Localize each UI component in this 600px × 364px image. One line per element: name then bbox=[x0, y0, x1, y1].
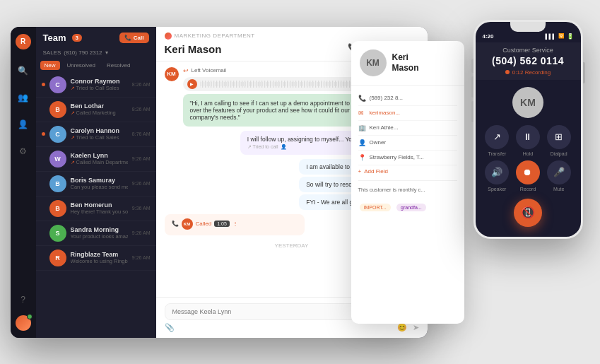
filter-tab-unresolved[interactable]: Unresolved bbox=[63, 61, 100, 70]
call-more-icon[interactable]: ⋮ bbox=[233, 221, 238, 227]
call-duration: 1:05 bbox=[214, 221, 230, 227]
phone-number: (810) 790 2312 bbox=[64, 49, 102, 56]
user-avatar[interactable] bbox=[16, 315, 31, 331]
phone-power-button[interactable] bbox=[583, 62, 585, 83]
sidebar-icons: R 🔍 👥 👤 ⚙ ? bbox=[11, 27, 36, 338]
online-badge bbox=[27, 314, 33, 319]
app-logo: R bbox=[16, 34, 31, 49]
transfer-button[interactable]: ↗ Transfer bbox=[484, 125, 511, 156]
contact-time: 9:26 AM bbox=[132, 230, 151, 235]
filter-tab-resolved[interactable]: Resolved bbox=[102, 61, 134, 70]
contact-item[interactable]: C Connor Raymon ↗ Tried to Call Sales 8:… bbox=[36, 73, 156, 98]
send-icon[interactable]: ➤ bbox=[413, 323, 419, 332]
contact-time: 9:26 AM bbox=[132, 156, 151, 161]
caller-avatar: KM bbox=[182, 218, 193, 230]
contact-item[interactable]: W Kaelen Lynn ↗ Called Main Department 9… bbox=[36, 147, 156, 172]
attachment-icon[interactable]: 📎 bbox=[165, 323, 175, 332]
contact-info: Sandra Morning Your product looks amazin… bbox=[71, 226, 128, 240]
end-call-button[interactable]: 📵 bbox=[514, 199, 542, 227]
emoji-icon[interactable]: 😊 bbox=[397, 323, 407, 332]
chat-contact-name: Keri Mason bbox=[165, 43, 222, 55]
contact-sub: ↗ Tried to Call Sales bbox=[71, 134, 128, 141]
mute-icon: 🎤 bbox=[547, 160, 571, 184]
phone: 4:20 ▌▌▌ 🛜 🔋 Customer Service (504) 562 … bbox=[473, 20, 583, 239]
left-panel-header: Team 3 📞 Call bbox=[36, 27, 156, 47]
team-icon[interactable]: 👥 bbox=[15, 89, 32, 106]
crm-owner: Owner bbox=[370, 139, 387, 146]
contact-time: 8:26 AM bbox=[132, 107, 151, 112]
phone-controls: ↗ Transfer ⏸ Hold ⊞ Dialpad 🔊 Speaker bbox=[476, 125, 581, 192]
call-bubble-header: 📞 KM Called 1:05 ⋮ bbox=[172, 218, 298, 230]
contact-name: Boris Samuray bbox=[71, 177, 128, 184]
phone-app-header: Customer Service (504) 562 0114 0:12 Rec… bbox=[476, 42, 581, 80]
phone-contact-avatar: KM bbox=[512, 87, 543, 118]
crm-email[interactable]: kerimason... bbox=[370, 110, 401, 116]
contact-time: 9:36 AM bbox=[132, 206, 151, 211]
contact-info: Ringblaze Team Welcome to using Ringblaz… bbox=[71, 251, 128, 264]
voicemail-text: "Hi, I am calling to see if I can set up… bbox=[183, 94, 372, 127]
contacts-icon[interactable]: 👤 bbox=[15, 116, 32, 133]
search-icon[interactable]: 🔍 bbox=[15, 62, 32, 79]
contact-name: Ringblaze Team bbox=[71, 251, 128, 258]
contact-sub: ↗ Called Main Department bbox=[71, 159, 128, 165]
call-button[interactable]: 📞 Call bbox=[119, 33, 149, 43]
contact-sub: Hey there! Thank you so much for the... bbox=[71, 209, 128, 215]
tried-to-call-label: ↗ Tried to call bbox=[247, 144, 278, 150]
divider bbox=[358, 180, 457, 181]
filter-tabs: New Unresolved Resolved bbox=[36, 58, 156, 73]
speaker-button[interactable]: 🔊 Speaker bbox=[484, 160, 511, 192]
contact-info: Ben Lothar ↗ Called Marketing bbox=[71, 102, 128, 116]
contact-time: 9:26 AM bbox=[132, 181, 151, 186]
contact-sub: Your product looks amazing!! Be excited bbox=[71, 233, 128, 240]
contact-info: Boris Samuray Can you please send me a c… bbox=[71, 177, 128, 190]
help-icon[interactable]: ? bbox=[15, 291, 32, 308]
plus-icon: + bbox=[358, 168, 362, 175]
crm-tags: IMPORT... grandfa... bbox=[358, 199, 457, 213]
speaker-icon: 🔊 bbox=[485, 160, 509, 184]
contact-avatar: W bbox=[49, 151, 66, 168]
contact-time: 8:26 AM bbox=[132, 82, 151, 87]
phone-avatar-area: KM bbox=[476, 87, 581, 118]
contact-name: Connor Raymon bbox=[71, 78, 128, 85]
crm-owner-icon: 👤 bbox=[358, 139, 365, 146]
dept-label: Marketing Department bbox=[165, 33, 419, 40]
contact-sub: Can you please send me a call to run ove… bbox=[71, 184, 128, 190]
contact-item[interactable]: S Sandra Morning Your product looks amaz… bbox=[36, 221, 156, 246]
crm-tag-grandfa[interactable]: grandfa... bbox=[396, 204, 426, 211]
filter-tab-new[interactable]: New bbox=[40, 61, 60, 70]
contact-item[interactable]: B Ben Lothar ↗ Called Marketing 8:26 AM bbox=[36, 98, 156, 122]
dropdown-icon[interactable]: ▾ bbox=[105, 49, 108, 56]
record-icon: ⏺ bbox=[516, 160, 540, 184]
contact-time: 8:76 AM bbox=[132, 131, 151, 136]
crm-tag-important[interactable]: IMPORT... bbox=[360, 204, 391, 211]
phone-status-icons: ▌▌▌ 🛜 🔋 bbox=[546, 33, 574, 40]
contact-item[interactable]: B Boris Samuray Can you please send me a… bbox=[36, 172, 156, 196]
contact-item[interactable]: C Carolyn Hannon ↗ Tried to Call Sales 8… bbox=[36, 122, 156, 147]
dialpad-button[interactable]: ⊞ Dialpad bbox=[546, 125, 572, 156]
phone-number-bar: SALES (810) 790 2312 ▾ bbox=[36, 47, 156, 58]
chat-input-icons: 📎 😊 ➤ bbox=[165, 323, 419, 332]
contact-sub: ↗ Tried to Call Sales bbox=[71, 85, 128, 91]
crm-company-icon: 🏢 bbox=[358, 124, 365, 131]
contact-item[interactable]: R Ringblaze Team Welcome to using Ringbl… bbox=[36, 246, 156, 271]
hold-label: Hold bbox=[523, 151, 533, 156]
crm-phone-icon: 📞 bbox=[358, 95, 365, 102]
hold-button[interactable]: ⏸ Hold bbox=[514, 125, 541, 156]
avatar-mini: 👤 bbox=[281, 144, 287, 150]
scene: R 🔍 👥 👤 ⚙ ? Team 3 📞 Call bbox=[11, 13, 590, 352]
add-field-button[interactable]: + Add Field bbox=[358, 165, 457, 177]
contact-avatar: B bbox=[49, 175, 66, 192]
record-button[interactable]: ⏺ Record bbox=[514, 160, 541, 192]
crm-contact-name: KeriMason bbox=[392, 52, 419, 73]
settings-icon[interactable]: ⚙ bbox=[15, 143, 32, 160]
left-panel: Team 3 📞 Call SALES (810) 790 2312 ▾ New… bbox=[36, 27, 156, 338]
signal-icon: ▌▌▌ bbox=[546, 34, 556, 39]
crm-company: Keri Athle... bbox=[370, 124, 399, 131]
phone-time: 4:20 bbox=[483, 33, 494, 40]
crm-avatar: KM bbox=[360, 49, 387, 76]
contact-item[interactable]: B Ben Homerun Hey there! Thank you so mu… bbox=[36, 196, 156, 221]
contact-info: Kaelen Lynn ↗ Called Main Department bbox=[71, 152, 128, 165]
phone-display-number: (504) 562 0114 bbox=[492, 55, 564, 66]
play-button[interactable]: ▶ bbox=[187, 79, 197, 89]
mute-button[interactable]: 🎤 Mute bbox=[546, 160, 572, 192]
